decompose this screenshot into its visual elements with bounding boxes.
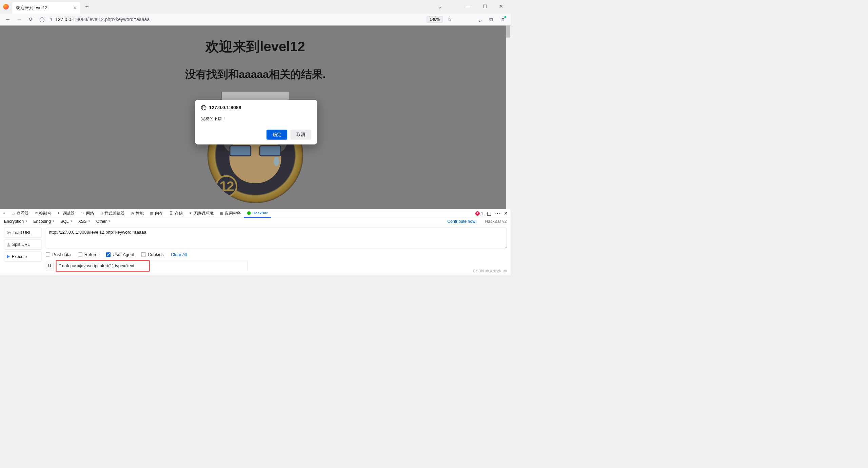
menu-other[interactable]: Other▼ xyxy=(96,219,111,223)
execute-button[interactable]: Execute xyxy=(4,252,42,261)
devtools-tab-hackbar[interactable]: HackBar xyxy=(244,209,271,218)
contribute-link[interactable]: Contribute now! xyxy=(447,219,477,223)
pocket-icon[interactable]: ◡ xyxy=(475,15,484,24)
firefox-icon xyxy=(3,4,8,9)
dialog-cancel-button[interactable]: 取消 xyxy=(291,130,311,139)
devtools-tab-console[interactable]: ⧉控制台 xyxy=(32,209,54,218)
tab-title: 欢迎来到level12 xyxy=(16,5,47,11)
useragent-row: U xyxy=(46,261,507,271)
maximize-button[interactable]: ☐ xyxy=(483,4,487,10)
devtools-tabs: ⌖ ▭查看器 ⧉控制台 🞂调试器 ↑↓网络 {}样式编辑器 ◔性能 ▥内存 🗄存… xyxy=(0,209,511,218)
devtools-tab-debugger[interactable]: 🞂调试器 xyxy=(54,209,78,218)
menu-encoding[interactable]: Encoding▼ xyxy=(33,219,55,223)
devtools-tab-picker[interactable]: ⌖ xyxy=(0,209,8,218)
browser-tab[interactable]: 欢迎来到level12 × xyxy=(12,2,80,14)
toolbar: ← → ⟳ ◯ 🗋 127.0.0.1:8088/level12.php?key… xyxy=(0,14,511,25)
devtools-more-icon[interactable]: ⋯ xyxy=(495,210,500,216)
opt-useragent[interactable]: User Agent xyxy=(106,252,134,257)
minimize-button[interactable]: — xyxy=(466,4,471,10)
hackbar-version: HackBar v2 xyxy=(485,219,507,223)
app-menu-button[interactable]: ≡ xyxy=(498,15,508,24)
window-controls: ⌄ — ☐ ✕ xyxy=(438,4,509,10)
forward-button[interactable]: → xyxy=(15,15,24,24)
extensions-icon[interactable]: ⧉ xyxy=(487,15,496,24)
opt-cookies[interactable]: Cookies xyxy=(141,252,164,257)
shield-icon[interactable]: ◯ xyxy=(39,17,45,22)
load-url-button[interactable]: Load URL xyxy=(4,228,42,237)
back-button[interactable]: ← xyxy=(3,15,12,24)
tab-strip: 欢迎来到level12 × + ⌄ — ☐ ✕ xyxy=(0,0,511,14)
globe-icon xyxy=(201,105,206,110)
menu-sql[interactable]: SQL▼ xyxy=(60,219,73,223)
reload-button[interactable]: ⟳ xyxy=(26,15,36,24)
new-tab-button[interactable]: + xyxy=(83,3,91,11)
vertical-scrollbar[interactable] xyxy=(506,25,511,209)
opt-postdata[interactable]: Post data xyxy=(46,252,71,257)
close-window-button[interactable]: ✕ xyxy=(499,4,503,10)
dialog-ok-button[interactable]: 确定 xyxy=(267,130,287,139)
dialog-origin: 127.0.0.1:8088 xyxy=(209,105,241,110)
menu-xss[interactable]: XSS▼ xyxy=(78,219,91,223)
menu-encryption[interactable]: Encryption▼ xyxy=(4,219,28,223)
hackbar-sidebar: Load URL Split URL Execute xyxy=(4,228,42,271)
url-textarea[interactable] xyxy=(46,228,507,248)
hackbar-body: Load URL Split URL Execute Post data Ref… xyxy=(0,225,511,274)
hackbar-menubar: Encryption▼ Encoding▼ SQL▼ XSS▼ Other▼ C… xyxy=(0,218,511,225)
dialog-header: 127.0.0.1:8088 xyxy=(201,105,311,110)
split-url-button[interactable]: Split URL xyxy=(4,240,42,250)
devtools-tab-app[interactable]: ▦应用程序 xyxy=(217,209,244,218)
devtools-tab-storage[interactable]: 🗄存储 xyxy=(166,209,186,218)
devtools-tab-a11y[interactable]: ✶无障碍环境 xyxy=(186,209,217,218)
close-tab-icon[interactable]: × xyxy=(73,5,77,11)
alert-dialog: 127.0.0.1:8088 完成的不错！ 确定 取消 xyxy=(195,100,317,144)
error-count[interactable]: !1 xyxy=(475,211,484,216)
opt-referer[interactable]: Referer xyxy=(78,252,99,257)
hackbar-options: Post data Referer User Agent Cookies Cle… xyxy=(46,252,507,257)
bookmark-star-icon[interactable]: ☆ xyxy=(445,15,454,24)
url-text: 127.0.0.1:8088/level12.php?keyword=aaaaa xyxy=(55,17,150,22)
url-bar[interactable]: ◯ 🗋 127.0.0.1:8088/level12.php?keyword=a… xyxy=(38,17,424,22)
watermark: CSDN @奈何@_@ xyxy=(473,269,507,274)
devtools-tab-memory[interactable]: ▥内存 xyxy=(147,209,166,218)
ua-input[interactable] xyxy=(56,261,248,271)
devtools-panel: ⌖ ▭查看器 ⧉控制台 🞂调试器 ↑↓网络 {}样式编辑器 ◔性能 ▥内存 🗄存… xyxy=(0,209,511,275)
devtools-dock-icon[interactable]: ◫ xyxy=(487,211,492,216)
devtools-tab-inspector[interactable]: ▭查看器 xyxy=(8,209,32,218)
lock-icon[interactable]: 🗋 xyxy=(48,17,53,22)
devtools-tab-network[interactable]: ↑↓网络 xyxy=(78,209,97,218)
ua-label: U xyxy=(46,261,53,271)
clear-all-link[interactable]: Clear All xyxy=(171,252,187,257)
zoom-level-button[interactable]: 140% xyxy=(427,16,443,23)
console-toolbar: 🗑 ⌕ 过滤输出 错误 警告 日志 信息 调试 CSS XHR 请求 ⚙ ✕ xyxy=(0,274,511,275)
devtools-tab-perf[interactable]: ◔性能 xyxy=(128,209,147,218)
devtools-tab-style[interactable]: {}样式编辑器 xyxy=(97,209,127,218)
devtools-close-icon[interactable]: ✕ xyxy=(504,211,508,216)
dialog-message: 完成的不错！ xyxy=(201,116,311,121)
tabs-dropdown-icon[interactable]: ⌄ xyxy=(438,4,442,10)
